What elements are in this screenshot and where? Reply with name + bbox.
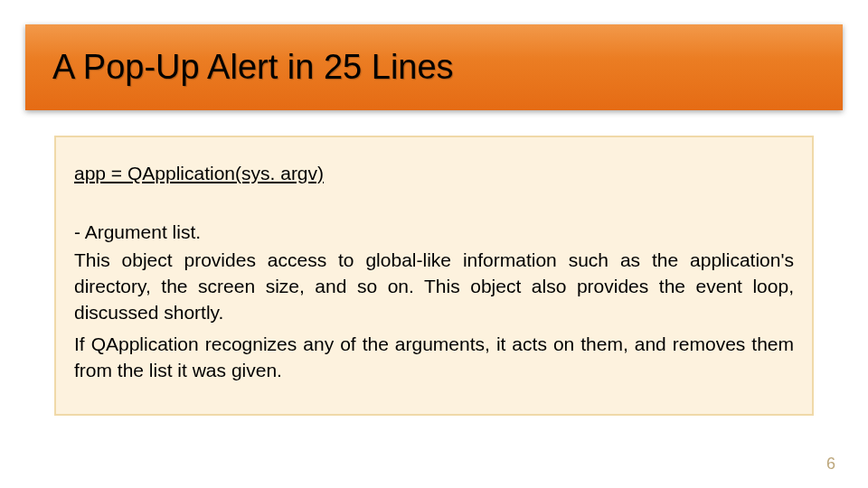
slide-title-bar: A Pop-Up Alert in 25 Lines — [25, 24, 843, 110]
content-panel: app = QApplication(sys. argv) - Argument… — [54, 136, 814, 416]
slide-title: A Pop-Up Alert in 25 Lines — [52, 48, 454, 87]
page-number: 6 — [826, 455, 835, 474]
paragraph-description-2: If QApplication recognizes any of the ar… — [74, 332, 794, 384]
paragraph-description-1: This object provides access to global-li… — [74, 248, 794, 326]
code-line: app = QApplication(sys. argv) — [74, 161, 794, 187]
bullet-argument-list: - Argument list. — [74, 220, 794, 246]
